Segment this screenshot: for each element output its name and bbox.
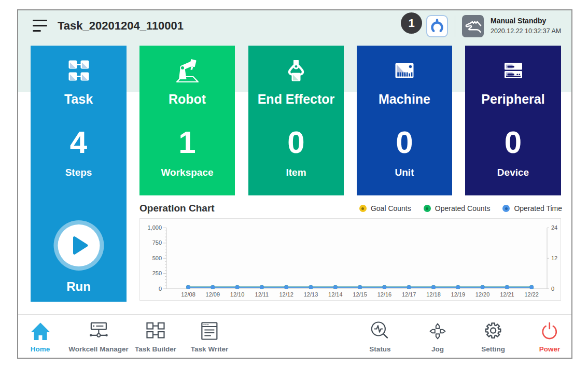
- manual-hand-icon: [464, 17, 482, 36]
- task-builder-icon: [135, 320, 176, 342]
- legend-item-goal-counts: Goal Counts: [359, 204, 411, 213]
- svg-text:12/17: 12/17: [402, 291, 416, 298]
- nav-label: Setting: [481, 345, 505, 353]
- machine-icon: [357, 60, 452, 81]
- nav-item-workcell-manager[interactable]: Workcell Manager: [68, 320, 128, 353]
- mode-label: Manual Standby: [491, 16, 561, 26]
- card-title: Robot: [139, 92, 235, 107]
- legend-item-operated-counts: Operated Counts: [424, 204, 491, 213]
- gripper-status-button[interactable]: [426, 15, 448, 37]
- card-value: 0: [357, 124, 452, 160]
- goal-counts-dot-icon: [359, 205, 367, 212]
- task-blocks-icon: [31, 60, 127, 81]
- card-value: 1: [139, 124, 235, 160]
- card-unit: Unit: [357, 167, 452, 178]
- setting-icon: [481, 320, 505, 342]
- run-button[interactable]: [53, 220, 104, 271]
- mode-timestamp: 2020.12.22 10:32:37 AM: [491, 26, 561, 36]
- operated-counts-dot-icon: [424, 205, 431, 212]
- card-unit: Steps: [31, 167, 127, 178]
- card-value: 0: [465, 124, 561, 160]
- nav-label: Jog: [427, 345, 448, 353]
- nav-item-setting[interactable]: Setting: [481, 320, 505, 353]
- end-effector-gripper-icon: [248, 60, 344, 81]
- nav-item-power[interactable]: Power: [539, 320, 561, 353]
- card-unit: Device: [465, 167, 561, 178]
- svg-text:12/09: 12/09: [206, 291, 220, 298]
- nav-item-status[interactable]: Status: [369, 320, 390, 353]
- card-unit: Workspace: [139, 167, 235, 178]
- nav-item-task-writer[interactable]: Task Writer: [191, 320, 228, 353]
- run-label: Run: [31, 279, 127, 294]
- workcell-manager-icon: [68, 320, 128, 342]
- nav-label: Task Writer: [191, 345, 228, 353]
- robot-count-badge: 1: [401, 12, 422, 34]
- svg-text:0: 0: [551, 286, 554, 292]
- svg-text:12/10: 12/10: [230, 291, 245, 298]
- operated-time-dot-icon: [502, 205, 510, 212]
- play-icon: [53, 220, 104, 271]
- card-end-effector[interactable]: End Effector 0 Item: [248, 46, 344, 195]
- bottom-navigation: Home Workcell Manager Task Builder: [18, 315, 571, 357]
- svg-text:12/14: 12/14: [328, 291, 343, 298]
- card-title: Peripheral: [465, 92, 561, 107]
- card-robot[interactable]: Robot 1 Workspace: [139, 46, 235, 195]
- power-icon: [539, 320, 561, 342]
- svg-text:12/22: 12/22: [524, 291, 539, 298]
- nav-label: Power: [539, 345, 561, 353]
- svg-text:250: 250: [152, 270, 162, 276]
- svg-text:12/16: 12/16: [377, 291, 392, 298]
- svg-text:12/11: 12/11: [255, 291, 269, 298]
- svg-text:12/21: 12/21: [500, 291, 514, 298]
- svg-text:12/15: 12/15: [353, 291, 367, 298]
- card-unit: Item: [248, 167, 344, 178]
- card-value: 4: [31, 124, 127, 160]
- chart-title: Operation Chart: [139, 203, 215, 214]
- card-task[interactable]: Task 4 Steps Run: [31, 46, 127, 302]
- page-title: Task_20201204_110001: [58, 19, 184, 33]
- nav-item-jog[interactable]: Jog: [427, 320, 448, 353]
- card-title: Task: [31, 92, 127, 107]
- header-divider: [455, 16, 455, 37]
- svg-text:500: 500: [152, 255, 162, 261]
- card-value: 0: [248, 124, 344, 160]
- nav-item-task-builder[interactable]: Task Builder: [135, 320, 176, 353]
- nav-label: Workcell Manager: [68, 345, 128, 353]
- menu-hamburger-icon[interactable]: [33, 19, 47, 32]
- svg-text:1,000: 1,000: [147, 224, 162, 231]
- manual-mode-button[interactable]: [462, 15, 484, 37]
- status-icon: [369, 320, 390, 342]
- robot-mode-status: Manual Standby 2020.12.22 10:32:37 AM: [491, 16, 561, 36]
- card-title: Machine: [357, 92, 452, 107]
- task-writer-icon: [191, 320, 228, 342]
- nav-label: Home: [30, 345, 51, 353]
- svg-text:750: 750: [152, 239, 162, 246]
- nav-label: Task Builder: [135, 345, 176, 353]
- chart-legend: Goal Counts Operated Counts Operated Tim…: [359, 204, 562, 213]
- robot-arm-icon: [139, 60, 235, 81]
- gripper-claw-icon: [429, 18, 445, 35]
- svg-text:12/12: 12/12: [279, 291, 293, 298]
- card-peripheral[interactable]: Peripheral 0 Device: [465, 46, 561, 195]
- operation-chart: 02505007501,0000122412/0812/0912/1012/11…: [139, 218, 561, 301]
- nav-label: Status: [369, 345, 390, 353]
- svg-text:12: 12: [551, 255, 557, 261]
- operation-chart-plot: 02505007501,0000122412/0812/0912/1012/11…: [140, 219, 561, 300]
- app-window: Task_20201204_110001 1 Manual Standby 20…: [17, 9, 572, 359]
- svg-text:12/20: 12/20: [475, 291, 490, 298]
- jog-icon: [427, 320, 448, 342]
- legend-item-operated-time: Operated Time: [502, 204, 562, 213]
- svg-text:12/13: 12/13: [304, 291, 318, 298]
- card-machine[interactable]: Machine 0 Unit: [357, 46, 452, 195]
- card-title: End Effector: [248, 92, 344, 107]
- svg-text:12/19: 12/19: [451, 291, 466, 298]
- nav-item-home[interactable]: Home: [30, 320, 51, 353]
- peripheral-rack-icon: [465, 60, 561, 81]
- svg-text:12/18: 12/18: [426, 291, 441, 298]
- svg-text:24: 24: [551, 224, 557, 231]
- svg-text:12/08: 12/08: [181, 291, 195, 298]
- svg-text:0: 0: [159, 286, 162, 292]
- home-icon: [30, 320, 51, 342]
